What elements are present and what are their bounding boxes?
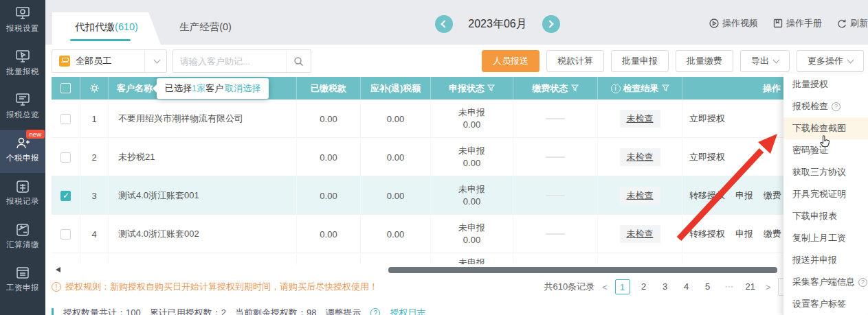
cancel-selection-link[interactable]: 取消选择 (225, 82, 260, 95)
search-button[interactable] (286, 50, 311, 72)
monitor-list-icon (14, 93, 31, 108)
select-all-checkbox[interactable] (60, 83, 71, 93)
row-checkbox[interactable] (60, 152, 71, 163)
tab-withholding[interactable]: 代扣代缴(610) (52, 12, 161, 45)
menu-item-batch-authorize[interactable]: 批量授权 (783, 73, 868, 95)
refresh-icon (837, 19, 847, 28)
menu-item-get-tripartite-agreement[interactable]: 获取三方协议 (783, 161, 868, 183)
pay-link[interactable]: 缴费 (764, 228, 781, 240)
authorization-log-link[interactable]: 授权日志 (390, 307, 425, 315)
filter-funnel-icon[interactable] (571, 84, 579, 92)
active-tab-underline (70, 39, 131, 41)
page-5[interactable]: 5 (700, 279, 715, 294)
menu-item-filing-check[interactable]: 报税检查? (783, 95, 868, 117)
sidebar-nav: 报税设置 批量报税 报税总览 new 个税申报 报税记录 汇算清缴 工资申报 (0, 0, 45, 315)
refresh-link[interactable]: 刷新 (837, 17, 868, 30)
sidebar-item-batch-filing[interactable]: 批量报税 (0, 43, 45, 86)
menu-item-password-verify[interactable]: 密码验证 (783, 139, 868, 161)
prev-page-button[interactable]: < (601, 282, 609, 292)
menu-item-submit-and-declare[interactable]: 报送并申报 (783, 249, 868, 271)
tooltip-text: 已选择 (165, 82, 192, 95)
sidebar-item-annual-settlement[interactable]: 汇算清缴 (0, 216, 45, 259)
menu-item-copy-last-month-salary[interactable]: 复制上月工资 (783, 227, 868, 249)
sidebar-item-filing-overview[interactable]: 报税总览 (0, 86, 45, 130)
menu-item-label: 批量授权 (792, 73, 828, 95)
sidebar-item-label: 工资申报 (0, 283, 45, 293)
total-records: 共610条记录 (544, 281, 594, 293)
row-checkbox[interactable] (60, 229, 71, 240)
authorize-now-link[interactable]: 立即授权 (689, 113, 725, 125)
row-checkbox[interactable] (60, 114, 71, 124)
scrollbar-thumb[interactable] (388, 267, 777, 273)
personnel-submit-button[interactable]: 人员报送 (482, 50, 539, 72)
column-label: 应补(退)税额 (370, 82, 421, 95)
prev-month-button[interactable] (435, 15, 453, 33)
scroll-left-arrow[interactable] (56, 267, 60, 272)
transfer-auth-link[interactable]: 转移授权 (689, 228, 725, 240)
employee-filter-select[interactable]: 全部员工 (52, 49, 167, 73)
menu-item-download-declaration-form[interactable]: 下载申报表 (783, 205, 868, 227)
transfer-auth-link[interactable]: 转移授权 (689, 189, 725, 202)
tab-production-operation[interactable]: 生产经营(0) (168, 12, 243, 45)
operation-manual-link[interactable]: 操作手册 (773, 17, 822, 30)
sidebar-item-label: 批量报税 (0, 67, 45, 77)
sidebar-item-salary-report[interactable]: 工资申报 (0, 259, 45, 303)
page-2[interactable]: 2 (636, 279, 652, 294)
sidebar-item-personal-tax[interactable]: new 个税申报 (0, 130, 45, 173)
sidebar-item-filing-records[interactable]: 报税记录 (0, 173, 45, 216)
search-input[interactable] (173, 50, 286, 72)
chevron-down-icon (847, 57, 854, 64)
batch-pay-button[interactable]: 批量缴费 (676, 50, 733, 72)
next-month-button[interactable] (542, 15, 560, 33)
not-checked-link[interactable]: 未检查 (620, 187, 660, 205)
button-label: 导出 (751, 55, 769, 67)
table-row: 4 测试4.0浙江账套002 0.00 0.00 未申报0.00 未检查 转移授… (52, 215, 790, 253)
table-row-selected: 3 测试4.0浙江账套001 0.00 0.00 未申报0.00 未检查 转移授… (52, 176, 790, 215)
export-button[interactable]: 导出 (740, 50, 790, 72)
declare-status: 未申报0.00 (458, 145, 485, 170)
filter-funnel-icon[interactable] (662, 84, 669, 92)
menu-item-collect-client-info[interactable]: 采集客户端信息? (783, 271, 868, 293)
gear-icon[interactable] (89, 83, 100, 93)
more-actions-menu: 批量授权 报税检查? 下载检查截图 密码验证 获取三方协议 开具完税证明 下载申… (783, 73, 868, 315)
page-3[interactable]: 3 (658, 279, 673, 294)
summary-text: 授权数量共计：100 累计已用授权数：2 当前剩余授权数：98 调整提示 (63, 307, 361, 315)
not-checked-link[interactable]: 未检查 (620, 148, 660, 166)
menu-item-set-customer-tag[interactable]: 设置客户标签 (783, 293, 868, 315)
notice-text: 授权规则：新购授权自购买日开始计算授权到期时间，请购买后尽快授权使用！ (65, 281, 378, 293)
authorize-now-link[interactable]: 立即授权 (689, 151, 725, 163)
pay-link[interactable]: 缴费 (764, 189, 781, 202)
employee-icon (59, 56, 70, 67)
page-21[interactable]: 21 (743, 279, 758, 294)
menu-item-download-check-screenshot[interactable]: 下载检查截图 (783, 117, 868, 139)
operation-video-link[interactable]: 操作视频 (709, 17, 758, 30)
tax-calc-button[interactable]: 税款计算 (546, 50, 604, 72)
period-label: 2023年06月 (468, 17, 526, 32)
authorization-notice: ! 授权规则：新购授权自购买日开始计算授权到期时间，请购买后尽快授权使用！ (52, 281, 378, 293)
not-checked-link[interactable]: 未检查 (620, 110, 660, 128)
selection-tooltip: 已选择 1家 客户 取消选择 (157, 78, 269, 99)
sidebar-item-label: 报税总览 (0, 110, 45, 120)
sidebar-item-tax-settings[interactable]: 报税设置 (0, 0, 45, 43)
paid-tax: 0.00 (297, 176, 361, 215)
tab-label: 生产经营(0) (179, 21, 232, 32)
page-1[interactable]: 1 (615, 279, 630, 294)
declare-link[interactable]: 申报 (735, 228, 753, 240)
menu-item-issue-tax-certificate[interactable]: 开具完税证明 (783, 183, 868, 205)
table-row-clipped: 未申报 (52, 253, 790, 264)
filter-funnel-icon[interactable] (487, 84, 495, 92)
declare-status: 未申报0.00 (458, 183, 485, 208)
not-checked-link[interactable]: 未检查 (620, 225, 660, 243)
menu-item-label: 下载申报表 (792, 205, 837, 227)
page-4[interactable]: 4 (679, 279, 694, 294)
refund-tax: 0.00 (361, 215, 431, 253)
chevron-right-icon (546, 20, 553, 27)
topbar: 代扣代缴(610) 生产经营(0) 2023年06月 操作视频 操作手册 刷新 (45, 0, 868, 45)
next-page-button[interactable]: > (764, 282, 772, 292)
row-checkbox-checked[interactable] (60, 191, 71, 201)
declare-link[interactable]: 申报 (735, 189, 753, 202)
batch-declare-button[interactable]: 批量申报 (611, 50, 669, 72)
sidebar-item-label: 汇算清缴 (0, 240, 45, 250)
column-label: 缴费状态 (533, 82, 568, 95)
more-actions-button[interactable]: 更多操作 (797, 50, 864, 72)
